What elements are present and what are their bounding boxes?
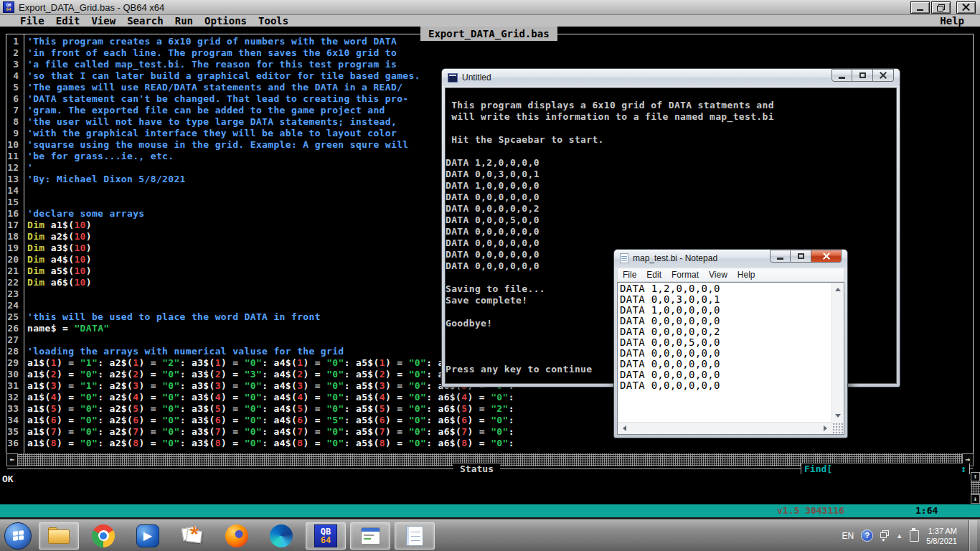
console-line: DATA 0,0,0,0,0,0 (446, 192, 896, 203)
notepad-menu-view[interactable]: View (704, 270, 732, 280)
line-number: 8 (0, 116, 21, 128)
code-text: Dim a6$(10) (21, 277, 92, 288)
close-button[interactable] (956, 1, 976, 14)
line-number: 24 (0, 300, 21, 311)
restore-icon (937, 4, 945, 11)
tray-date: 5/8/2021 (926, 536, 957, 546)
close-button[interactable] (811, 250, 842, 263)
code-text: 'DATA statement can't be changed. That l… (21, 93, 408, 105)
show-desktop-button[interactable] (969, 520, 977, 551)
scroll-down-button[interactable] (832, 410, 844, 422)
code-text: Dim a5$(10) (21, 265, 92, 277)
console-line: DATA 0,0,0,5,0,0 (446, 215, 896, 226)
scroll-down-button[interactable]: ↓ (971, 494, 980, 504)
notepad-vertical-scrollbar[interactable] (831, 283, 844, 422)
menu-file[interactable]: File (14, 15, 50, 27)
taskbar-button-firefox[interactable] (217, 522, 257, 550)
ide-titlebar[interactable]: QB64 Export_DATA_Grid.bas - QB64 x64 (0, 0, 980, 15)
code-text: 'with the graphical interface they will … (21, 128, 397, 139)
language-indicator[interactable]: EN (842, 531, 854, 541)
notepad-line: DATA 0,0,0,0,0,0 (620, 380, 831, 391)
find-box[interactable]: Find[ ↕ (801, 463, 970, 474)
close-button[interactable] (873, 69, 894, 82)
code-text: 'loading the arrays with numerical valus… (21, 346, 344, 357)
menu-options[interactable]: Options (199, 15, 253, 27)
line-number: 12 (0, 162, 21, 174)
code-text: a1$(6) = "0": a2$(6) = "0": a3$(6) = "0"… (21, 415, 514, 426)
restore-button[interactable] (931, 1, 951, 14)
code-line[interactable]: 36a1$(8) = "0": a2$(8) = "0": a3$(8) = "… (0, 438, 976, 449)
notepad-title: map_test.bi - Notepad (633, 253, 717, 263)
code-text: 'be for grass...ie., etc. (21, 151, 174, 162)
minimize-button[interactable] (910, 1, 930, 14)
file-tab[interactable]: Export_DATA_Grid.bas (420, 27, 557, 41)
restore-window-tray-icon[interactable]: ▾ (880, 530, 889, 542)
menu-run[interactable]: Run (169, 15, 199, 27)
menu-tools[interactable]: Tools (253, 15, 294, 27)
taskbar-button-photo-viewer[interactable]: * (172, 522, 212, 550)
notepad-line: DATA 0,0,0,5,0,0 (620, 337, 831, 348)
vertical-scroll-track[interactable] (971, 481, 980, 494)
maximize-button[interactable] (852, 69, 873, 82)
taskbar-button-notepad[interactable] (395, 522, 435, 550)
line-number: 32 (0, 392, 21, 403)
ide-window-title: Export_DATA_Grid.bas - QB64 x64 (19, 2, 164, 13)
code-text: ' (21, 162, 33, 174)
resize-grip[interactable] (831, 422, 844, 434)
code-line[interactable]: 2'in front of each line. The program the… (0, 47, 976, 59)
notepad-menu-help[interactable]: Help (732, 270, 760, 280)
notepad-menu-file[interactable]: File (618, 270, 641, 280)
line-number: 15 (0, 197, 21, 208)
resize-updown-icon[interactable]: ↕ (961, 463, 966, 474)
console-line: DATA 0,0,0,0,0,2 (446, 203, 896, 215)
notepad-titlebar[interactable]: map_test.bi - Notepad (614, 250, 847, 267)
maximize-icon (859, 72, 866, 78)
notepad-horizontal-scrollbar[interactable] (618, 422, 831, 434)
code-text: a1$(5) = "0": a2$(5) = "0": a3$(5) = "0"… (21, 403, 514, 415)
notepad-line: DATA 0,0,0,0,0,0 (620, 369, 831, 380)
console-line: DATA 0,0,0,0,0,0 (446, 237, 896, 249)
desktop: QB64 Export_DATA_Grid.bas - QB64 x64 Fil… (0, 0, 980, 551)
menu-search[interactable]: Search (121, 15, 169, 27)
show-hidden-icons[interactable]: ▲ (896, 532, 903, 540)
taskbar-button-edge[interactable] (261, 522, 301, 550)
menu-help[interactable]: Help (934, 15, 970, 27)
scroll-up-button[interactable] (832, 283, 844, 294)
minimize-button[interactable] (831, 69, 852, 82)
help-tray-icon[interactable]: ? (861, 529, 873, 542)
maximize-button[interactable] (791, 250, 811, 263)
notepad-text[interactable]: DATA 1,2,0,0,0,0DATA 0,0,3,0,0,1DATA 1,0… (618, 283, 831, 422)
remove-hardware-icon[interactable] (910, 530, 919, 542)
menu-view[interactable]: View (85, 15, 121, 27)
code-text: name$ = "DATA" (21, 323, 109, 334)
code-text: 'By: Michael Dixon 5/8/2021 (21, 174, 186, 185)
code-text: Dim a3$(10) (21, 242, 92, 254)
taskbar-button-start[interactable] (1, 522, 34, 550)
menu-edit[interactable]: Edit (50, 15, 86, 27)
notepad-menu-format[interactable]: Format (666, 270, 704, 280)
scroll-left-button[interactable]: ← (6, 453, 18, 466)
code-text: Dim a4$(10) (21, 254, 92, 265)
line-number: 27 (0, 334, 21, 346)
clock[interactable]: 1:37 AM 5/8/2021 (926, 526, 961, 546)
taskbar-button-chrome[interactable] (83, 522, 123, 550)
console-titlebar[interactable]: Untitled (442, 69, 900, 86)
scroll-left-button[interactable] (618, 423, 629, 434)
taskbar-button-qb64[interactable]: QB64 (306, 522, 346, 550)
minimize-button[interactable] (770, 250, 791, 263)
taskbar-button-explorer[interactable] (39, 522, 79, 550)
maximize-icon (798, 253, 804, 259)
line-number: 7 (0, 105, 21, 116)
scroll-right-button[interactable] (820, 423, 831, 434)
notepad-menu-edit[interactable]: Edit (641, 270, 666, 280)
line-number: 29 (0, 357, 21, 369)
find-label[interactable]: Find[ (804, 463, 832, 474)
system-tray: EN ? ▾ ▲ 1:37 AM 5/8/2021 (842, 520, 980, 551)
cursor-position: 1:64 (915, 504, 938, 517)
edge-icon (270, 524, 293, 547)
scroll-up-button[interactable]: ↑ (971, 472, 980, 481)
taskbar: ▶*QB64 EN ? ▾ ▲ 1:37 AM 5/8/2021 (0, 519, 980, 551)
code-text: 'this will be used to place the word DAT… (21, 311, 321, 323)
taskbar-button-media-player[interactable]: ▶ (128, 522, 168, 550)
taskbar-button-program-window[interactable] (350, 522, 390, 550)
